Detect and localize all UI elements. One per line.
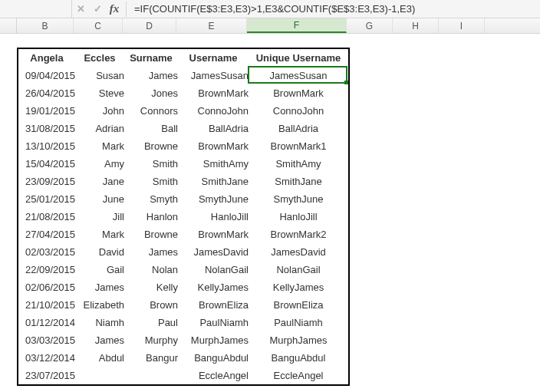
cell[interactable]: Elizabeth [75, 296, 124, 314]
col-header-c[interactable]: C [74, 18, 123, 33]
header-username[interactable]: Username [178, 49, 249, 67]
header-surname[interactable]: Surname [124, 49, 178, 67]
col-header-i[interactable]: I [439, 18, 485, 33]
cell[interactable]: 27/04/2015 [18, 226, 75, 243]
cell[interactable]: BrownMark [178, 137, 249, 155]
col-header-g[interactable]: G [347, 18, 393, 33]
col-header-d[interactable]: D [123, 18, 176, 33]
cell[interactable]: JamesDavid [178, 243, 249, 261]
cell[interactable]: Browne [124, 226, 178, 243]
cell[interactable]: John [75, 102, 124, 120]
cell[interactable]: BallAdria [249, 120, 348, 137]
cell[interactable]: Browne [124, 137, 178, 155]
cell[interactable]: Mark [75, 137, 124, 155]
cell[interactable]: James [75, 278, 124, 296]
cell[interactable]: MurphJames [249, 331, 348, 349]
cell[interactable]: Niamh [75, 314, 124, 331]
cell[interactable]: Jones [124, 84, 178, 102]
cell[interactable]: MurphJames [178, 331, 249, 349]
cell[interactable]: KellyJames [178, 278, 249, 296]
cell[interactable]: Brown [124, 296, 178, 314]
cell[interactable]: 09/04/2015 [18, 67, 75, 84]
cell[interactable]: SmythJune [178, 190, 249, 208]
cell[interactable]: Ball [124, 120, 178, 137]
cell[interactable]: James [75, 331, 124, 349]
cell[interactable]: Jane [75, 173, 124, 190]
cancel-icon[interactable]: ✕ [72, 2, 89, 17]
header-eccles[interactable]: Eccles [75, 49, 124, 67]
cell[interactable]: BrownMark2 [249, 226, 348, 243]
cell[interactable]: Bangur [124, 349, 178, 367]
cell[interactable]: SmithAmy [178, 155, 249, 173]
cell[interactable]: Hanlon [124, 208, 178, 226]
cell[interactable]: KellyJames [249, 278, 348, 296]
cell[interactable]: Smith [124, 173, 178, 190]
cell[interactable]: Steve [75, 84, 124, 102]
cell[interactable]: James [124, 243, 178, 261]
fx-icon[interactable]: fx [106, 2, 123, 17]
cell[interactable]: PaulNiamh [249, 314, 348, 331]
cell[interactable]: 22/09/2015 [18, 261, 75, 278]
cell[interactable]: NolanGail [178, 261, 249, 278]
cell[interactable]: Gail [75, 261, 124, 278]
cell[interactable]: Murphy [124, 331, 178, 349]
cell[interactable]: Mark [75, 226, 124, 243]
cell[interactable]: JamesSusan [249, 67, 348, 84]
col-header-b[interactable]: B [17, 18, 74, 33]
formula-input[interactable]: =IF(COUNTIF(E$3:E3,E3)>1,E3&COUNTIF($E$3… [130, 3, 540, 15]
data-grid[interactable]: Angela Eccles Surname Username Unique Us… [17, 48, 350, 386]
cell[interactable]: June [75, 190, 124, 208]
cell[interactable]: 21/08/2015 [18, 208, 75, 226]
cell[interactable]: 23/09/2015 [18, 173, 75, 190]
cell[interactable]: 19/01/2015 [18, 102, 75, 120]
cell[interactable]: Nolan [124, 261, 178, 278]
cell[interactable]: JamesDavid [249, 243, 348, 261]
col-header-e[interactable]: E [176, 18, 247, 33]
cell[interactable]: 21/10/2015 [18, 296, 75, 314]
cell[interactable]: 13/10/2015 [18, 137, 75, 155]
cell[interactable]: HanloJill [178, 208, 249, 226]
cell[interactable]: EccleAngel [178, 367, 249, 384]
cell[interactable]: Amy [75, 155, 124, 173]
cell[interactable]: 15/04/2015 [18, 155, 75, 173]
cell[interactable]: Abdul [75, 349, 124, 367]
cell[interactable]: SmythJune [249, 190, 348, 208]
cell[interactable]: Kelly [124, 278, 178, 296]
cell[interactable]: 25/01/2015 [18, 190, 75, 208]
cell[interactable]: Susan [75, 67, 124, 84]
cell[interactable]: BrownEliza [249, 296, 348, 314]
cell[interactable]: BanguAbdul [178, 349, 249, 367]
cell[interactable]: SmithJane [249, 173, 348, 190]
name-box[interactable] [0, 0, 72, 18]
cell[interactable]: 26/04/2015 [18, 84, 75, 102]
cell[interactable]: Paul [124, 314, 178, 331]
cell[interactable]: ConnoJohn [178, 102, 249, 120]
cell[interactable]: Jill [75, 208, 124, 226]
cell[interactable]: SmithAmy [249, 155, 348, 173]
cell[interactable]: BallAdria [178, 120, 249, 137]
cell[interactable]: 23/07/2015 [18, 367, 75, 384]
cell[interactable]: ConnoJohn [249, 102, 348, 120]
confirm-icon[interactable]: ✓ [89, 2, 106, 17]
cell[interactable]: Adrian [75, 120, 124, 137]
cell[interactable]: Smyth [124, 190, 178, 208]
cell[interactable]: JamesSusan [178, 67, 249, 84]
cell[interactable]: NolanGail [249, 261, 348, 278]
cell[interactable]: SmithJane [178, 173, 249, 190]
cell[interactable]: 01/12/2014 [18, 314, 75, 331]
cell[interactable]: BrownMark [178, 226, 249, 243]
cell[interactable]: Connors [124, 102, 178, 120]
header-angela[interactable]: Angela [18, 49, 75, 67]
select-all-corner[interactable] [0, 18, 17, 33]
cell[interactable]: Smith [124, 155, 178, 173]
cell[interactable]: 02/06/2015 [18, 278, 75, 296]
cell[interactable]: BanguAbdul [249, 349, 348, 367]
cell[interactable]: James [124, 67, 178, 84]
cell[interactable]: BrownMark1 [249, 137, 348, 155]
cell[interactable]: PaulNiamh [178, 314, 249, 331]
cell[interactable]: BrownMark [249, 84, 348, 102]
cell[interactable]: 03/03/2015 [18, 331, 75, 349]
cell[interactable]: 03/12/2014 [18, 349, 75, 367]
cell[interactable]: 02/03/2015 [18, 243, 75, 261]
cell[interactable]: EccleAngel [249, 367, 348, 384]
